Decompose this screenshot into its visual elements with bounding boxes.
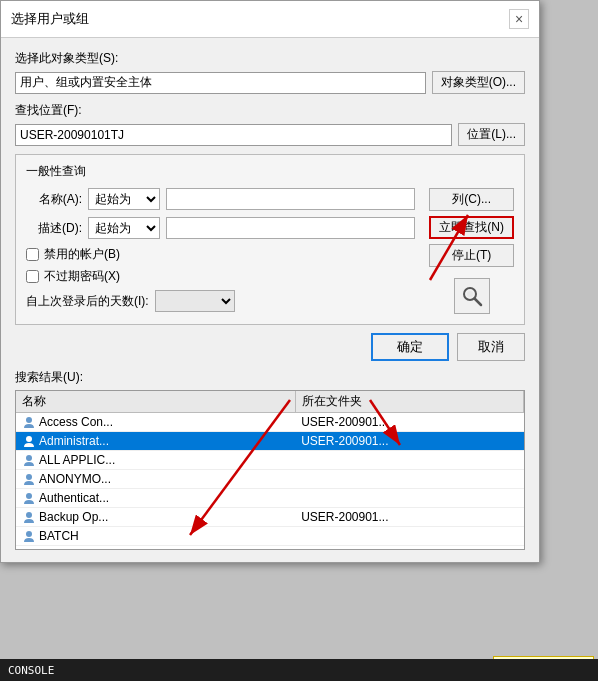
user-icon bbox=[22, 491, 36, 505]
results-label: 搜索结果(U): bbox=[15, 369, 525, 386]
table-cell-name: CONSOLE ... bbox=[16, 546, 295, 551]
table-cell-folder bbox=[295, 470, 523, 489]
table-cell-folder bbox=[295, 489, 523, 508]
table-cell-name: Authenticat... bbox=[16, 489, 295, 508]
table-cell-name: Backup Op... bbox=[16, 508, 295, 527]
dialog-body: 选择此对象类型(S): 对象类型(O)... 查找位置(F): 位置(L)...… bbox=[1, 38, 539, 562]
select-user-dialog: 选择用户或组 × 选择此对象类型(S): 对象类型(O)... 查找位置(F):… bbox=[0, 0, 540, 563]
table-row[interactable]: Access Con...USER-200901... bbox=[16, 413, 524, 432]
disabled-account-checkbox[interactable] bbox=[26, 248, 39, 261]
close-button[interactable]: × bbox=[509, 9, 529, 29]
table-cell-name-text: Authenticat... bbox=[39, 491, 109, 505]
table-cell-name-text: BATCH bbox=[39, 529, 79, 543]
table-cell-folder bbox=[295, 451, 523, 470]
svg-point-6 bbox=[26, 474, 32, 480]
results-table: 名称 所在文件夹 Access Con...USER-200901...Admi… bbox=[16, 391, 524, 550]
object-type-row: 对象类型(O)... bbox=[15, 71, 525, 94]
location-field[interactable] bbox=[15, 124, 452, 146]
days-row: 自上次登录后的天数(I): bbox=[26, 290, 415, 312]
location-row: 位置(L)... bbox=[15, 123, 525, 146]
table-cell-folder: USER-200901... bbox=[295, 432, 523, 451]
object-type-label: 选择此对象类型(S): bbox=[15, 50, 525, 67]
general-query-box: 一般性查询 名称(A): 起始为 描述(D): bbox=[15, 154, 525, 325]
columns-button[interactable]: 列(C)... bbox=[429, 188, 514, 211]
results-table-wrapper[interactable]: 名称 所在文件夹 Access Con...USER-200901...Admi… bbox=[15, 390, 525, 550]
name-label: 名称(A): bbox=[26, 191, 82, 208]
col-name-header: 名称 bbox=[16, 391, 295, 413]
svg-point-5 bbox=[26, 455, 32, 461]
table-row[interactable]: CONSOLE ... bbox=[16, 546, 524, 551]
table-cell-name: BATCH bbox=[16, 527, 295, 546]
table-header-row: 名称 所在文件夹 bbox=[16, 391, 524, 413]
no-expiry-label: 不过期密码(X) bbox=[44, 268, 120, 285]
table-cell-folder bbox=[295, 527, 523, 546]
table-row[interactable]: Authenticat... bbox=[16, 489, 524, 508]
user-icon bbox=[22, 434, 36, 448]
no-expiry-checkbox[interactable] bbox=[26, 270, 39, 283]
user-icon bbox=[22, 529, 36, 543]
search-now-button[interactable]: 立即查找(N) bbox=[429, 216, 514, 239]
svg-point-7 bbox=[26, 493, 32, 499]
cancel-button[interactable]: 取消 bbox=[457, 333, 525, 361]
location-label: 查找位置(F): bbox=[15, 102, 525, 119]
col-folder-header: 所在文件夹 bbox=[295, 391, 523, 413]
svg-point-9 bbox=[26, 531, 32, 537]
days-select[interactable] bbox=[155, 290, 235, 312]
name-row: 名称(A): 起始为 bbox=[26, 188, 415, 210]
dialog-title: 选择用户或组 bbox=[11, 10, 89, 28]
user-icon bbox=[22, 548, 36, 550]
table-cell-folder: USER-200901... bbox=[295, 508, 523, 527]
table-cell-name-text: ALL APPLIC... bbox=[39, 453, 115, 467]
table-cell-folder bbox=[295, 546, 523, 551]
user-icon bbox=[22, 453, 36, 467]
title-bar: 选择用户或组 × bbox=[1, 1, 539, 38]
table-row[interactable]: Backup Op...USER-200901... bbox=[16, 508, 524, 527]
table-cell-name: ANONYMO... bbox=[16, 470, 295, 489]
svg-point-2 bbox=[467, 291, 473, 297]
user-icon bbox=[22, 472, 36, 486]
svg-point-3 bbox=[26, 417, 32, 423]
table-cell-name-text: Administrat... bbox=[39, 434, 109, 448]
right-panel: 列(C)... 立即查找(N) 停止(T) bbox=[423, 188, 514, 314]
table-cell-name-text: Access Con... bbox=[39, 415, 113, 429]
table-row[interactable]: ALL APPLIC... bbox=[16, 451, 524, 470]
table-cell-name: ALL APPLIC... bbox=[16, 451, 295, 470]
stop-button[interactable]: 停止(T) bbox=[429, 244, 514, 267]
ok-button[interactable]: 确定 bbox=[371, 333, 449, 361]
results-section: 搜索结果(U): 名称 所在文件夹 Access Con...USER-2009… bbox=[15, 369, 525, 550]
desc-row: 描述(D): 起始为 bbox=[26, 217, 415, 239]
desc-filter-select[interactable]: 起始为 bbox=[88, 217, 160, 239]
object-type-field[interactable] bbox=[15, 72, 426, 94]
table-cell-name-text: ANONYMO... bbox=[39, 472, 111, 486]
user-icon bbox=[22, 510, 36, 524]
table-row[interactable]: Administrat...USER-200901... bbox=[16, 432, 524, 451]
table-row[interactable]: BATCH bbox=[16, 527, 524, 546]
name-input[interactable] bbox=[166, 188, 415, 210]
table-row[interactable]: ANONYMO... bbox=[16, 470, 524, 489]
desc-input[interactable] bbox=[166, 217, 415, 239]
disabled-account-label: 禁用的帐户(B) bbox=[44, 246, 120, 263]
query-fields: 名称(A): 起始为 描述(D): 起始为 bbox=[26, 188, 415, 314]
console-bar: CONSOLE bbox=[0, 659, 598, 681]
svg-line-1 bbox=[474, 299, 481, 306]
no-expiry-row: 不过期密码(X) bbox=[26, 268, 415, 285]
days-label: 自上次登录后的天数(I): bbox=[26, 293, 149, 310]
magnifier-icon bbox=[461, 285, 483, 307]
general-query-title: 一般性查询 bbox=[26, 163, 514, 180]
table-cell-name: Access Con... bbox=[16, 413, 295, 432]
search-icon-button[interactable] bbox=[454, 278, 490, 314]
desc-label: 描述(D): bbox=[26, 220, 82, 237]
name-filter-select[interactable]: 起始为 bbox=[88, 188, 160, 210]
table-cell-name: Administrat... bbox=[16, 432, 295, 451]
table-cell-name-text: Backup Op... bbox=[39, 510, 108, 524]
disabled-account-row: 禁用的帐户(B) bbox=[26, 246, 415, 263]
svg-point-4 bbox=[26, 436, 32, 442]
table-cell-name-text: CONSOLE ... bbox=[39, 548, 111, 550]
svg-point-8 bbox=[26, 512, 32, 518]
confirm-cancel-row: 确定 取消 bbox=[15, 333, 525, 361]
location-button[interactable]: 位置(L)... bbox=[458, 123, 525, 146]
object-type-button[interactable]: 对象类型(O)... bbox=[432, 71, 525, 94]
table-cell-folder: USER-200901... bbox=[295, 413, 523, 432]
user-icon bbox=[22, 415, 36, 429]
console-label: CONSOLE bbox=[8, 664, 54, 677]
